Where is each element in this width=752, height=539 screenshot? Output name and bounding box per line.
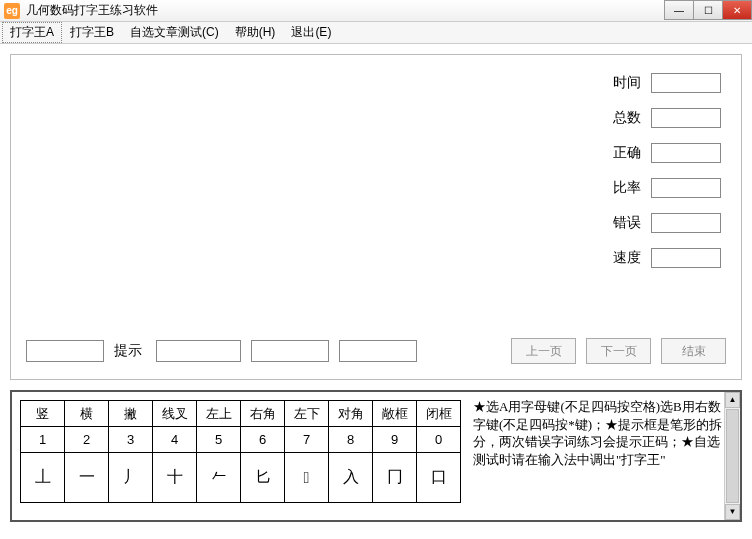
- num-6: 7: [285, 427, 329, 453]
- hdr-5: 右角: [241, 401, 285, 427]
- correct-label: 正确: [613, 144, 641, 162]
- menu-help[interactable]: 帮助(H): [227, 22, 284, 43]
- num-8: 9: [373, 427, 417, 453]
- field-1[interactable]: [156, 340, 241, 362]
- stats-panel: 时间 总数 正确 比率 错误 速度: [581, 73, 721, 283]
- shp-0: 丄: [21, 453, 65, 503]
- app-icon: eg: [4, 3, 20, 19]
- title-bar: eg 几何数码打字王练习软件 — ☐ ✕: [0, 0, 752, 22]
- num-0: 1: [21, 427, 65, 453]
- next-page-button[interactable]: 下一页: [586, 338, 651, 364]
- num-9: 0: [417, 427, 461, 453]
- end-button[interactable]: 结束: [661, 338, 726, 364]
- reference-table: 竖 横 撇 线叉 左上 右角 左下 对角 敞框 闭框 1 2 3 4 5 6 7…: [12, 392, 469, 520]
- prev-page-button[interactable]: 上一页: [511, 338, 576, 364]
- maximize-button[interactable]: ☐: [693, 0, 723, 20]
- shp-6: 𠃊: [285, 453, 329, 503]
- menu-typing-a[interactable]: 打字王A: [2, 22, 62, 43]
- reference-note: ★选A用字母键(不足四码按空格)选B用右数字键(不足四码按*键)；★提示框是笔形…: [469, 392, 740, 520]
- total-label: 总数: [613, 109, 641, 127]
- menu-bar: 打字王A 打字王B 自选文章测试(C) 帮助(H) 退出(E): [0, 22, 752, 44]
- field-2[interactable]: [251, 340, 329, 362]
- table-row-shapes: 丄 一 丿 十 𠂉 匕 𠃊 入 冂 口: [21, 453, 461, 503]
- main-panel: 时间 总数 正确 比率 错误 速度 提示 上一页 下一页: [10, 54, 742, 380]
- error-label: 错误: [613, 214, 641, 232]
- hdr-0: 竖: [21, 401, 65, 427]
- table-row-headers: 竖 横 撇 线叉 左上 右角 左下 对角 敞框 闭框: [21, 401, 461, 427]
- hint-label: 提示: [114, 342, 142, 360]
- menu-exit[interactable]: 退出(E): [283, 22, 339, 43]
- shp-8: 冂: [373, 453, 417, 503]
- note-text: ★选A用字母键(不足四码按空格)选B用右数字键(不足四码按*键)；★提示框是笔形…: [473, 399, 722, 467]
- hdr-8: 敞框: [373, 401, 417, 427]
- hdr-4: 左上: [197, 401, 241, 427]
- speed-label: 速度: [613, 249, 641, 267]
- num-4: 5: [197, 427, 241, 453]
- hdr-1: 横: [65, 401, 109, 427]
- rate-label: 比率: [613, 179, 641, 197]
- menu-custom-test[interactable]: 自选文章测试(C): [122, 22, 227, 43]
- scrollbar[interactable]: ▲ ▼: [724, 392, 740, 520]
- shp-3: 十: [153, 453, 197, 503]
- scroll-down-icon[interactable]: ▼: [725, 504, 740, 520]
- close-button[interactable]: ✕: [722, 0, 752, 20]
- num-5: 6: [241, 427, 285, 453]
- minimize-button[interactable]: —: [664, 0, 694, 20]
- scroll-up-icon[interactable]: ▲: [725, 392, 740, 408]
- field-3[interactable]: [339, 340, 417, 362]
- hint-input[interactable]: [26, 340, 104, 362]
- rate-field: [651, 178, 721, 198]
- shp-1: 一: [65, 453, 109, 503]
- time-field: [651, 73, 721, 93]
- hdr-6: 左下: [285, 401, 329, 427]
- num-2: 3: [109, 427, 153, 453]
- reference-frame: 竖 横 撇 线叉 左上 右角 左下 对角 敞框 闭框 1 2 3 4 5 6 7…: [10, 390, 742, 522]
- menu-typing-b[interactable]: 打字王B: [62, 22, 122, 43]
- shp-4: 𠂉: [197, 453, 241, 503]
- scroll-thumb[interactable]: [726, 409, 739, 503]
- table-row-numbers: 1 2 3 4 5 6 7 8 9 0: [21, 427, 461, 453]
- total-field: [651, 108, 721, 128]
- window-title: 几何数码打字王练习软件: [26, 2, 748, 19]
- hdr-2: 撇: [109, 401, 153, 427]
- correct-field: [651, 143, 721, 163]
- hdr-9: 闭框: [417, 401, 461, 427]
- time-label: 时间: [613, 74, 641, 92]
- shp-9: 口: [417, 453, 461, 503]
- error-field: [651, 213, 721, 233]
- shp-5: 匕: [241, 453, 285, 503]
- num-3: 4: [153, 427, 197, 453]
- hdr-3: 线叉: [153, 401, 197, 427]
- num-1: 2: [65, 427, 109, 453]
- input-row: 提示 上一页 下一页 结束: [26, 338, 726, 364]
- num-7: 8: [329, 427, 373, 453]
- shp-7: 入: [329, 453, 373, 503]
- hdr-7: 对角: [329, 401, 373, 427]
- speed-field: [651, 248, 721, 268]
- shp-2: 丿: [109, 453, 153, 503]
